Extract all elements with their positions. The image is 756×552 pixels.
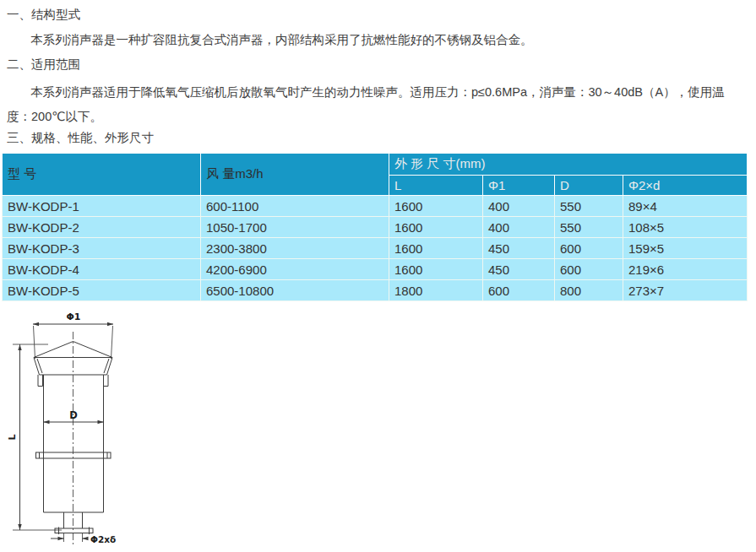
table-row: BW-KODP-3 2300-3800 1600 450 600 159×5 <box>3 238 748 259</box>
cell-L: 1600 <box>389 259 483 280</box>
cell-phi1: 450 <box>483 238 555 259</box>
dim-label-phi1: Φ1 <box>66 311 80 322</box>
section3-heading: 三、规格、性能、外形尺寸 <box>7 129 154 146</box>
header-D: D <box>555 176 623 196</box>
left-tab <box>38 375 43 387</box>
header-airflow: 风 量m3/h <box>201 154 389 196</box>
cell-phi1: 600 <box>483 280 555 301</box>
cell-L: 1600 <box>389 217 483 238</box>
section2-heading: 二、适用范围 <box>7 56 80 73</box>
cell-phi1: 400 <box>483 217 555 238</box>
cell-L: 1800 <box>389 280 483 301</box>
section1-body: 本系列消声器是一种扩容阻抗复合式消声器，内部结构采用了抗燃性能好的不锈钢及铝合金… <box>30 31 533 48</box>
cell-L: 1600 <box>389 238 483 259</box>
cell-airflow: 6500-10800 <box>201 280 389 301</box>
cell-model: BW-KODP-1 <box>3 196 201 217</box>
cell-D: 550 <box>555 196 623 217</box>
table-row: BW-KODP-5 6500-10800 1800 600 800 273×7 <box>3 280 748 301</box>
cell-airflow: 2300-3800 <box>201 238 389 259</box>
header-model: 型 号 <box>3 154 201 196</box>
cell-phi2d: 273×7 <box>623 280 748 301</box>
cell-phi2d: 89×4 <box>623 196 748 217</box>
cell-D: 800 <box>555 280 623 301</box>
header-dimensions-group: 外 形 尺 寸(mm) <box>389 154 748 176</box>
dim-label-phi2-delta: Φ2xδ <box>90 534 116 544</box>
cell-phi1: 400 <box>483 196 555 217</box>
cell-model: BW-KODP-5 <box>3 280 201 301</box>
table-row: BW-KODP-1 600-1100 1600 400 550 89×4 <box>3 196 748 217</box>
dim-label-D: D <box>69 409 78 421</box>
cell-L: 1600 <box>389 196 483 217</box>
cell-airflow: 600-1100 <box>201 196 389 217</box>
dim-label-L: L <box>7 434 18 440</box>
silencer-dimension-drawing: Φ1 D L <box>0 308 156 552</box>
cell-D: 600 <box>555 259 623 280</box>
product-spec-page: 一、结构型式 本系列消声器是一种扩容阻抗复合式消声器，内部结构采用了抗燃性能好的… <box>0 0 756 552</box>
header-phi2d: Φ2×d <box>623 176 748 196</box>
header-phi1: Φ1 <box>483 176 555 196</box>
table-row: BW-KODP-4 4200-6900 1600 450 600 219×6 <box>3 259 748 280</box>
section2-body: 本系列消声器适用于降低氧气压缩机后放散氧气时产生的动力性噪声。适用压力：p≤0.… <box>7 80 743 129</box>
cell-model: BW-KODP-4 <box>3 259 201 280</box>
header-L: L <box>389 176 483 196</box>
cell-D: 600 <box>555 238 623 259</box>
cell-phi2d: 219×6 <box>623 259 748 280</box>
cell-phi1: 450 <box>483 259 555 280</box>
bottom-flange <box>55 528 93 533</box>
cell-phi2d: 159×5 <box>623 238 748 259</box>
cell-airflow: 4200-6900 <box>201 259 389 280</box>
cell-airflow: 1050-1700 <box>201 217 389 238</box>
table-row: BW-KODP-2 1050-1700 1600 400 550 108×5 <box>3 217 748 238</box>
cell-model: BW-KODP-2 <box>3 217 201 238</box>
cell-D: 550 <box>555 217 623 238</box>
cell-model: BW-KODP-3 <box>3 238 201 259</box>
section1-heading: 一、结构型式 <box>7 6 80 23</box>
right-tab <box>104 375 109 387</box>
cell-phi2d: 108×5 <box>623 217 748 238</box>
spec-table: 型 号 风 量m3/h 外 形 尺 寸(mm) L Φ1 D Φ2×d BW-K… <box>2 153 748 301</box>
